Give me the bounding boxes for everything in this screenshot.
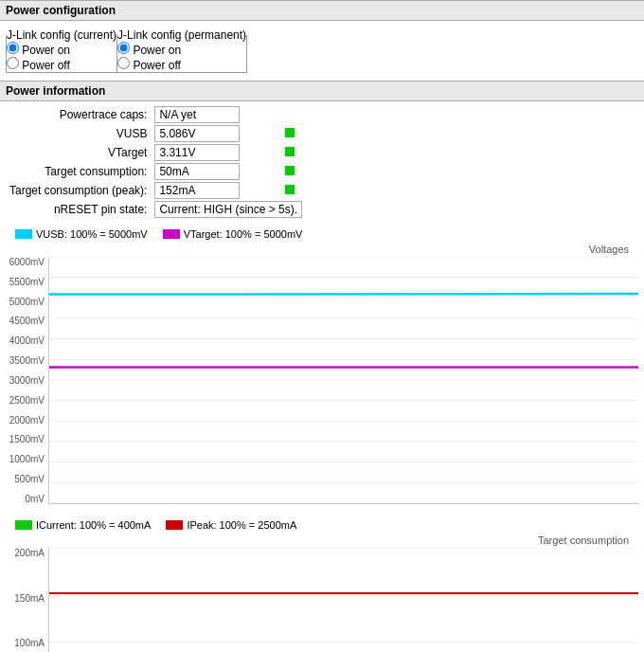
permanent-power-off-radio[interactable] bbox=[117, 57, 130, 69]
vtarget-row: VTarget 3.311V bbox=[6, 143, 306, 162]
ipeak-legend-item: IPeak: 100% = 2500mA bbox=[166, 519, 296, 531]
current-power-on-label: Power on bbox=[22, 44, 70, 57]
consumption-indicator bbox=[285, 166, 295, 175]
current-power-off-row[interactable]: Power off bbox=[7, 57, 116, 72]
powertrace-value-cell: N/A yet bbox=[151, 105, 277, 124]
permanent-power-off-row[interactable]: Power off bbox=[117, 57, 246, 72]
current-y-axis: 200mA 150mA 100mA 50mA 0mA bbox=[6, 548, 48, 652]
consumption-dot-cell bbox=[277, 162, 306, 181]
current-chart-area: ICurrent: 100% = 400mA IPeak: 100% = 250… bbox=[0, 516, 644, 652]
voltage-svg-area bbox=[48, 257, 638, 504]
nreset-value: Current: HIGH (since > 5s). bbox=[154, 201, 302, 218]
vtarget-indicator bbox=[285, 147, 295, 156]
permanent-power-on-radio[interactable] bbox=[117, 42, 130, 54]
voltage-chart-wrapper: Voltages 6000mV 5500mV 5000mV 4500mV 400… bbox=[6, 244, 638, 504]
vusb-value-cell: 5.086V bbox=[151, 124, 277, 143]
vtarget-label: VTarget bbox=[6, 143, 151, 162]
power-info-table: Powertrace caps: N/A yet VUSB 5.086V VTa… bbox=[6, 105, 306, 219]
ipeak-legend-label: IPeak: 100% = 2500mA bbox=[187, 519, 296, 531]
current-chart-title: Target consumption bbox=[6, 534, 629, 546]
power-config-title: Power configuration bbox=[6, 4, 116, 17]
vtarget-legend-item: VTarget: 100% = 5000mV bbox=[163, 228, 303, 240]
vusb-legend-color bbox=[15, 229, 32, 239]
current-svg-area bbox=[48, 548, 638, 652]
consumption-row: Target consumption: 50mA bbox=[6, 162, 306, 181]
jlink-current-box: J-Link config (current) Power on Power o… bbox=[6, 28, 117, 73]
consumption-peak-indicator bbox=[285, 185, 295, 194]
powertrace-label: Powertrace caps: bbox=[6, 105, 151, 124]
voltage-chart-area: VUSB: 100% = 5000mV VTarget: 100% = 5000… bbox=[0, 225, 644, 508]
consumption-peak-row: Target consumption (peak): 152mA bbox=[6, 181, 306, 200]
config-area: J-Link config (current) Power on Power o… bbox=[0, 21, 644, 81]
vusb-legend-item: VUSB: 100% = 5000mV bbox=[15, 228, 148, 240]
voltage-svg bbox=[49, 257, 638, 503]
current-grid bbox=[49, 548, 638, 652]
consumption-peak-dot-cell bbox=[277, 181, 306, 200]
current-chart-wrapper: Target consumption 200mA 150mA 100mA 50m… bbox=[6, 534, 638, 652]
icurrent-legend-color bbox=[15, 520, 32, 530]
permanent-power-on-row[interactable]: Power on bbox=[117, 42, 246, 57]
vtarget-dot-cell bbox=[277, 143, 306, 162]
jlink-permanent-box: J-Link config (permanent) Power on Power… bbox=[116, 28, 247, 73]
vtarget-value: 3.311V bbox=[154, 144, 240, 161]
powertrace-value: N/A yet bbox=[154, 106, 240, 123]
vusb-label: VUSB bbox=[6, 124, 151, 143]
voltage-legend: VUSB: 100% = 5000mV VTarget: 100% = 5000… bbox=[6, 228, 638, 240]
vusb-value: 5.086V bbox=[154, 125, 240, 142]
power-info-area: Powertrace caps: N/A yet VUSB 5.086V VTa… bbox=[0, 101, 644, 225]
power-info-header: Power information bbox=[0, 81, 644, 101]
current-legend: ICurrent: 100% = 400mA IPeak: 100% = 250… bbox=[6, 519, 638, 531]
jlink-permanent-legend: J-Link config (permanent) bbox=[117, 28, 246, 42]
current-chart-container: 200mA 150mA 100mA 50mA 0mA bbox=[6, 548, 638, 652]
nreset-value-cell: Current: HIGH (since > 5s). bbox=[151, 200, 306, 219]
voltage-y-axis: 6000mV 5500mV 5000mV 4500mV 4000mV 3500m… bbox=[6, 257, 48, 504]
power-config-header: Power configuration bbox=[0, 0, 644, 21]
consumption-peak-value-cell: 152mA bbox=[151, 181, 277, 200]
powertrace-row: Powertrace caps: N/A yet bbox=[6, 105, 306, 124]
current-power-off-radio[interactable] bbox=[7, 57, 19, 69]
vusb-indicator bbox=[285, 128, 295, 137]
voltage-chart-title: Voltages bbox=[6, 244, 629, 255]
jlink-current-legend: J-Link config (current) bbox=[7, 28, 116, 42]
vtarget-legend-label: VTarget: 100% = 5000mV bbox=[184, 228, 303, 240]
power-info-title: Power information bbox=[6, 84, 105, 98]
current-power-on-row[interactable]: Power on bbox=[7, 42, 116, 57]
vusb-dot-cell bbox=[277, 124, 306, 143]
voltage-chart-container: 6000mV 5500mV 5000mV 4500mV 4000mV 3500m… bbox=[6, 257, 638, 504]
vusb-line bbox=[49, 294, 638, 295]
permanent-power-off-label: Power off bbox=[133, 59, 180, 72]
consumption-value-cell: 50mA bbox=[151, 162, 277, 181]
power-info-section: Power information Powertrace caps: N/A y… bbox=[0, 81, 644, 225]
consumption-label: Target consumption: bbox=[6, 162, 151, 181]
icurrent-legend-item: ICurrent: 100% = 400mA bbox=[15, 519, 151, 531]
nreset-label: nRESET pin state: bbox=[6, 200, 151, 219]
ipeak-legend-color bbox=[166, 520, 183, 530]
current-power-on-radio[interactable] bbox=[7, 42, 19, 54]
current-power-off-label: Power off bbox=[22, 59, 69, 72]
vusb-row: VUSB 5.086V bbox=[6, 124, 306, 143]
consumption-peak-label: Target consumption (peak): bbox=[6, 181, 151, 200]
power-config-section: Power configuration J-Link config (curre… bbox=[0, 0, 644, 81]
vtarget-value-cell: 3.311V bbox=[151, 143, 277, 162]
nreset-row: nRESET pin state: Current: HIGH (since >… bbox=[6, 200, 306, 219]
consumption-peak-value: 152mA bbox=[154, 182, 240, 199]
icurrent-legend-label: ICurrent: 100% = 400mA bbox=[36, 519, 151, 531]
consumption-value: 50mA bbox=[154, 163, 240, 180]
powertrace-dot-cell bbox=[277, 105, 306, 124]
vtarget-legend-color bbox=[163, 229, 180, 239]
current-svg bbox=[49, 548, 638, 652]
permanent-power-on-label: Power on bbox=[133, 44, 181, 57]
vusb-legend-label: VUSB: 100% = 5000mV bbox=[36, 228, 148, 240]
